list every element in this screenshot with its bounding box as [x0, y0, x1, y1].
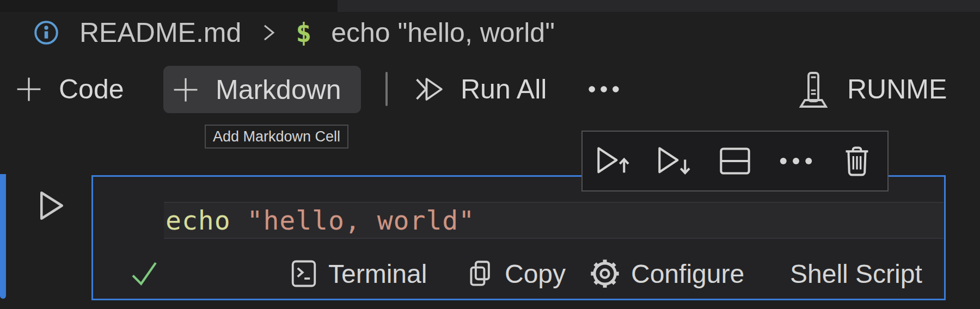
language-label: Shell Script [790, 259, 922, 289]
cell-more-actions-button[interactable] [778, 143, 814, 179]
run-all-icon [414, 75, 445, 104]
split-cell-button[interactable] [717, 143, 753, 179]
code-cell[interactable]: echo "hello, world" Terminal [91, 175, 946, 300]
cell-action-toolbar [581, 131, 889, 191]
statusbar-configure-button[interactable]: Configure [590, 256, 744, 291]
toolbar-separator [385, 72, 388, 106]
play-icon [38, 189, 65, 222]
cell-code-editor[interactable]: echo "hello, world" [166, 205, 475, 236]
plus-icon [14, 75, 44, 104]
run-all-button[interactable]: Run All [414, 64, 547, 114]
run-above-icon [596, 145, 630, 177]
breadcrumb-file-name[interactable]: README.md [79, 17, 241, 48]
add-markdown-cell-button[interactable]: Markdown [163, 66, 361, 113]
notebook-toolbar: Code Markdown Run All [0, 64, 980, 114]
run-below-icon [657, 145, 691, 177]
runme-kernel-button[interactable]: RUNME [796, 64, 947, 114]
delete-cell-button[interactable] [839, 143, 875, 179]
gear-icon [590, 258, 620, 289]
breadcrumb: README.md $ echo "hello, world" [34, 17, 555, 48]
ellipsis-icon [588, 85, 620, 93]
info-icon[interactable] [34, 20, 59, 45]
active-tab-region [0, 0, 338, 12]
add-markdown-tooltip: Add Markdown Cell [205, 125, 348, 149]
add-code-cell-button[interactable]: Code [14, 64, 124, 114]
runme-logo-icon [796, 70, 831, 108]
terminal-icon [290, 259, 317, 288]
shell-prompt-icon: $ [296, 17, 311, 48]
toolbar-more-actions-button[interactable] [588, 64, 620, 114]
ellipsis-icon [779, 157, 813, 165]
run-all-label: Run All [461, 73, 547, 105]
check-icon [129, 258, 160, 289]
statusbar-copy-button[interactable]: Copy [468, 256, 566, 291]
breadcrumb-cell-command[interactable]: echo "hello, world" [331, 17, 555, 48]
cell-statusbar: Terminal Copy Configure Shell Script [93, 255, 944, 299]
configure-label: Configure [631, 259, 744, 289]
statusbar-terminal-button[interactable]: Terminal [290, 256, 427, 291]
runme-brand-label: RUNME [847, 73, 947, 105]
focused-cell-indicator-bar [0, 174, 6, 299]
add-code-label: Code [59, 73, 124, 105]
terminal-label: Terminal [328, 259, 427, 289]
copy-label: Copy [505, 259, 566, 289]
chevron-right-icon [261, 23, 277, 42]
trash-icon [842, 145, 872, 177]
statusbar-language-picker[interactable]: Shell Script [790, 256, 922, 291]
copy-icon [468, 258, 494, 289]
code-token-string: "hello, world" [247, 205, 475, 236]
tooltip-text: Add Markdown Cell [213, 128, 340, 145]
execute-cell-and-below-button[interactable] [656, 143, 692, 179]
split-cell-icon [718, 146, 752, 176]
notebook-editor: README.md $ echo "hello, world" Code Mar… [0, 0, 980, 309]
cell-success-indicator [129, 256, 160, 291]
plus-icon [171, 75, 200, 104]
editor-tab-strip [0, 0, 980, 12]
add-markdown-label: Markdown [216, 74, 341, 106]
execute-above-cells-button[interactable] [595, 143, 631, 179]
code-token-keyword: echo [166, 205, 247, 236]
run-cell-button[interactable] [35, 187, 69, 224]
